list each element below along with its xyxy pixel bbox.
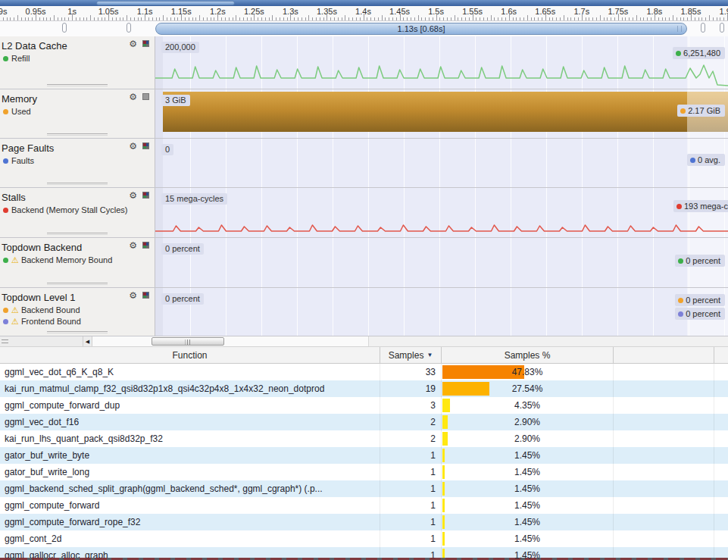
ruler-tick: [243, 17, 244, 20]
gear-icon[interactable]: ⚙: [129, 39, 137, 49]
chart-type-icon[interactable]: [142, 142, 149, 149]
table-row[interactable]: ggml_compute_forward11.45%: [0, 497, 728, 514]
ruler-tick: [582, 14, 583, 20]
bookmark-marker-icon[interactable]: [701, 23, 705, 33]
cell-samples-pct: 1.45%: [442, 497, 614, 514]
chart-label-panel: Page FaultsFaults⚙: [0, 139, 155, 187]
ruler-tick: [407, 17, 408, 20]
ruler-tick: [199, 15, 200, 20]
ruler-tick: [480, 17, 480, 20]
table-header-function[interactable]: Function: [0, 347, 380, 363]
ruler-tick: [170, 17, 171, 20]
ruler-tick: [54, 15, 55, 20]
chart-plot-area[interactable]: 3 GiB2.17 GiB: [155, 89, 728, 138]
timeline-overview-thumb[interactable]: [96, 1, 235, 5]
table-row[interactable]: ggml_backend_sched_split_graph(ggml_back…: [0, 480, 728, 497]
row-resize-handle[interactable]: [47, 183, 108, 185]
ruler-tick: [604, 17, 605, 20]
bookmark-marker-icon[interactable]: [127, 23, 131, 33]
table-row[interactable]: ggml_cont_2d11.45%: [0, 530, 728, 547]
ruler-tick: [102, 17, 102, 20]
chart-plot-area[interactable]: 15 mega-cycles193 mega-c: [155, 188, 728, 237]
row-resize-handle[interactable]: [47, 283, 108, 285]
badge-value: 193 mega-c: [684, 200, 728, 212]
row-resize-handle[interactable]: [47, 84, 108, 86]
cell-extra: [614, 414, 714, 430]
ruler-tick: [64, 17, 65, 20]
timeline-overview-scrollbar[interactable]: [0, 0, 728, 6]
scroll-left-arrow-icon[interactable]: ◀: [83, 336, 92, 346]
bookmark-marker-icon[interactable]: [720, 23, 724, 33]
ruler-tick: [680, 17, 681, 20]
chart-plot-area[interactable]: 0 percent0 percent0 percent: [155, 288, 728, 336]
samples-pct-label: 1.45%: [514, 550, 540, 560]
ruler-tick: [523, 17, 524, 20]
ruler-tick: [425, 17, 426, 20]
table-row[interactable]: ggml_compute_forward_rope_f3211.45%: [0, 514, 728, 530]
ruler-tick: [501, 17, 502, 20]
badge-value: 0 avg.: [698, 154, 720, 166]
cell-function: ggml_vec_dot_q6_K_q8_K: [0, 364, 380, 380]
row-resize-handle[interactable]: [47, 133, 108, 136]
ruler-tick: [221, 17, 222, 20]
ruler-tick: [701, 17, 702, 20]
chart-type-icon[interactable]: [142, 292, 149, 299]
cell-samples-pct: 2.90%: [442, 414, 614, 430]
gear-icon[interactable]: ⚙: [129, 141, 137, 152]
gear-icon[interactable]: ⚙: [129, 290, 137, 301]
chart-type-icon[interactable]: [142, 242, 149, 249]
horizontal-scrollbar-track[interactable]: [92, 336, 369, 346]
ruler-tick: [203, 17, 204, 20]
cell-function: ggml_cont_2d: [0, 530, 380, 547]
gear-icon[interactable]: ⚙: [129, 240, 137, 251]
ruler-tick: [229, 17, 230, 20]
table-row[interactable]: gator_buf_write_long11.45%: [0, 464, 728, 480]
table-row[interactable]: gator_buf_write_byte11.45%: [0, 447, 728, 464]
gear-icon[interactable]: ⚙: [129, 190, 137, 201]
table-row[interactable]: ggml_vec_dot_f1622.90%: [0, 414, 728, 430]
ruler-tick: [323, 17, 324, 20]
ruler-tick: [418, 15, 419, 20]
cell-extra: [614, 530, 714, 547]
samples-table-header: Function Samples ▼ Samples %: [0, 347, 728, 364]
cell-extra: [614, 464, 714, 480]
ruler-tick: [174, 17, 175, 20]
time-ruler[interactable]: 0.9s0.95s1s1.05s1.1s1.15s1.2s1.25s1.3s1.…: [0, 6, 728, 21]
row-resize-handle[interactable]: [47, 331, 108, 333]
ruler-tick: [25, 17, 26, 20]
gear-icon[interactable]: ⚙: [129, 92, 137, 102]
table-row[interactable]: kai_run_matmul_clamp_f32_qsi8d32p1x8_qsi…: [0, 380, 728, 397]
ruler-tick: [658, 17, 659, 20]
ruler-tick: [195, 17, 196, 20]
row-resize-handle[interactable]: [47, 233, 108, 235]
table-row[interactable]: ggml_compute_forward_dup34.35%: [0, 397, 728, 414]
ruler-tick: [130, 17, 131, 20]
panel-grip-icon[interactable]: [2, 339, 8, 343]
chart-type-icon[interactable]: [142, 40, 149, 47]
horizontal-scrollbar-thumb[interactable]: [152, 337, 224, 346]
legend-label: Backend Bound: [21, 305, 80, 314]
cell-samples-pct: 1.45%: [442, 480, 614, 497]
bookmark-marker-icon[interactable]: [62, 23, 67, 33]
chart-line-series: [155, 188, 728, 237]
scrollbar-right-filler: [369, 336, 728, 346]
chart-type-icon[interactable]: [142, 192, 149, 199]
table-row[interactable]: kai_run_lhs_quant_pack_qsi8d32p_f3222.90…: [0, 430, 728, 447]
ruler-tick: [676, 17, 677, 20]
chart-plot-area[interactable]: 200,0006,251,480: [155, 36, 728, 89]
ruler-tick: [578, 17, 579, 20]
chart-plot-area[interactable]: 00 avg.: [155, 139, 728, 187]
legend-item: Backend (Memory Stall Cycles): [3, 205, 155, 214]
chart-type-icon[interactable]: [142, 93, 149, 100]
ruler-tick: [698, 17, 699, 20]
table-header-samples[interactable]: Samples ▼: [380, 347, 442, 363]
ruler-tick: [691, 14, 692, 20]
chart-label-panel: L2 Data CacheRefill⚙: [0, 36, 155, 89]
ruler-tick: [633, 17, 633, 20]
selection-range-bar[interactable]: 1.13s [0.68s]: [155, 23, 687, 35]
table-row[interactable]: ggml_vec_dot_q6_K_q8_K3347.83%: [0, 364, 728, 380]
badge-value: 2.17 GiB: [688, 105, 720, 117]
chart-plot-area[interactable]: 0 percent0 percent: [155, 238, 728, 287]
ruler-tick: [356, 17, 357, 20]
table-header-samples-pct[interactable]: Samples %: [442, 347, 614, 363]
